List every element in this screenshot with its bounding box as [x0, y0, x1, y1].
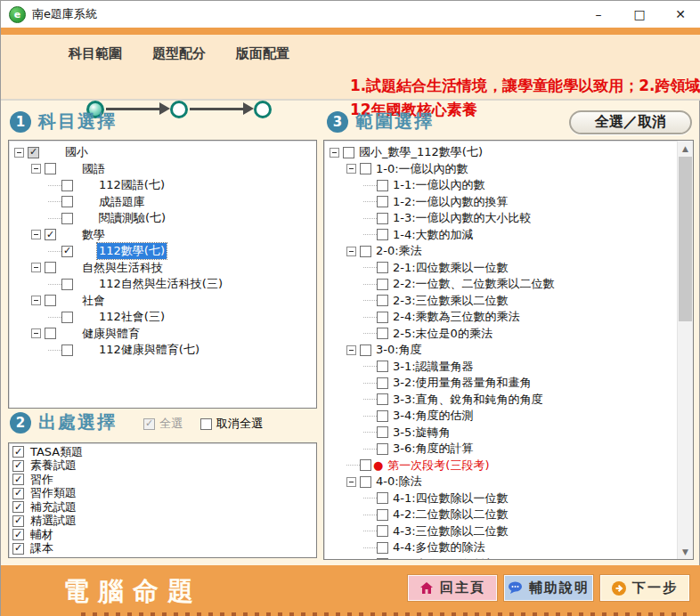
- tree-node[interactable]: 2-1:四位數乘以一位數: [330, 260, 676, 277]
- tree-node-label[interactable]: 3-2:使用量角器量角和畫角: [391, 375, 533, 391]
- collapse-icon[interactable]: [330, 148, 339, 158]
- tree-node-label[interactable]: 112健康與體育(七): [97, 342, 201, 358]
- checkbox[interactable]: [377, 262, 388, 273]
- minimize-button[interactable]: –: [578, 1, 619, 28]
- close-button[interactable]: ✕: [660, 1, 700, 28]
- checkbox[interactable]: [377, 180, 388, 191]
- checkbox[interactable]: [377, 393, 388, 405]
- tree-node[interactable]: 3-2:使用量角器量角和畫角: [330, 375, 676, 392]
- tree-node[interactable]: 國小_數學_112數學(七): [330, 144, 676, 161]
- scroll-thumb[interactable]: [679, 157, 692, 321]
- select-all-checkbox[interactable]: [143, 418, 155, 430]
- tree-node-label[interactable]: 1-3:一億以內數的大小比較: [391, 210, 533, 226]
- checkbox[interactable]: [360, 344, 371, 356]
- tree-node-label[interactable]: 數學: [80, 227, 107, 243]
- home-button[interactable]: 回主頁: [408, 575, 497, 601]
- tree-node[interactable]: 1-2:一億以內數的換算: [330, 194, 676, 211]
- tree-node[interactable]: ●第一次段考(三段考): [330, 458, 676, 474]
- tree-node-label[interactable]: 健康與體育: [80, 326, 142, 342]
- tree-node-label[interactable]: 4-3:三位數除以二位數: [391, 523, 510, 539]
- source-item[interactable]: 精選試題: [12, 515, 314, 529]
- checkbox[interactable]: [377, 443, 388, 455]
- checkbox[interactable]: [377, 361, 388, 372]
- scroll-down-icon[interactable]: ▼: [678, 544, 693, 559]
- tree-node-label[interactable]: 4-5:末位是0的除法: [391, 556, 494, 560]
- collapse-icon[interactable]: [14, 148, 24, 158]
- collapse-icon[interactable]: [346, 477, 356, 487]
- tree-node[interactable]: 112自然與生活科技(三): [14, 276, 314, 293]
- help-button[interactable]: 輔助說明: [504, 575, 593, 601]
- checkbox[interactable]: [61, 312, 73, 323]
- tree-node[interactable]: 3-5:旋轉角: [330, 425, 676, 442]
- checkbox[interactable]: [377, 558, 388, 560]
- tree-node-label[interactable]: 3-3:直角、銳角和鈍角的角度: [391, 392, 545, 408]
- tree-node[interactable]: 數學: [14, 227, 314, 244]
- tree-node[interactable]: 3-3:直角、銳角和鈍角的角度: [330, 392, 676, 409]
- tree-node-label[interactable]: 國小_數學_112數學(七): [357, 144, 484, 160]
- checkbox[interactable]: [45, 328, 56, 339]
- checkbox[interactable]: [377, 509, 388, 521]
- checkbox[interactable]: [377, 328, 388, 339]
- tree-node[interactable]: 2-5:末位是0的乘法: [330, 326, 676, 343]
- collapse-icon[interactable]: [346, 247, 356, 256]
- checkbox[interactable]: [12, 460, 24, 472]
- tree-node-label[interactable]: 1-0:一億以內的數: [374, 161, 470, 177]
- tree-node-label[interactable]: 112自然與生活科技(三): [97, 276, 224, 292]
- source-item[interactable]: 素養試題: [12, 459, 314, 474]
- collapse-icon[interactable]: [31, 164, 41, 174]
- checkbox[interactable]: [61, 180, 73, 191]
- tree-node-label[interactable]: 3-5:旋轉角: [391, 425, 452, 441]
- checkbox[interactable]: [61, 213, 73, 224]
- collapse-icon[interactable]: [31, 296, 41, 305]
- checkbox[interactable]: [61, 279, 73, 290]
- tree-node[interactable]: 國小: [14, 144, 314, 161]
- tree-node-label[interactable]: 3-1:認識量角器: [391, 359, 476, 375]
- tree-node[interactable]: 2-3:三位數乘以二位數: [330, 293, 676, 310]
- tree-node-label[interactable]: 國小: [63, 144, 90, 160]
- tree-node[interactable]: 2-4:乘數為三位數的乘法: [330, 309, 676, 326]
- checkbox[interactable]: [377, 312, 388, 323]
- checkbox[interactable]: [377, 377, 388, 389]
- collapse-icon[interactable]: [31, 230, 41, 239]
- checkbox[interactable]: [360, 163, 371, 174]
- checkbox[interactable]: [377, 525, 388, 537]
- checkbox[interactable]: [343, 147, 354, 158]
- checkbox[interactable]: [12, 501, 24, 513]
- tree-node-label[interactable]: 2-5:末位是0的乘法: [391, 326, 494, 342]
- checkbox[interactable]: [377, 295, 388, 306]
- tree-node-label[interactable]: 112國語(七): [97, 177, 167, 193]
- tree-node-label[interactable]: 3-0:角度: [374, 342, 424, 358]
- tree-node[interactable]: 1-0:一億以內的數: [330, 161, 676, 178]
- checkbox[interactable]: [12, 529, 24, 540]
- tree-node[interactable]: 112社會(三): [14, 309, 314, 326]
- tree-node[interactable]: 4-5:末位是0的除法: [330, 556, 676, 561]
- source-item[interactable]: 課本: [12, 542, 314, 556]
- tree-node-label[interactable]: 4-0:除法: [374, 474, 424, 490]
- scrollbar[interactable]: ▲ ▼: [677, 141, 693, 559]
- tree-node-label[interactable]: 1-1:一億以內的數: [391, 177, 487, 193]
- tree-node-label[interactable]: 2-1:四位數乘以一位數: [391, 260, 510, 276]
- checkbox[interactable]: [377, 213, 388, 224]
- tree-node-label[interactable]: 2-3:三位數乘以二位數: [391, 293, 510, 309]
- tree-node[interactable]: 自然與生活科技: [14, 260, 314, 277]
- tree-node-label[interactable]: 4-4:多位數的除法: [391, 539, 487, 555]
- next-button[interactable]: 下一步: [600, 575, 689, 601]
- checkbox[interactable]: [61, 196, 73, 207]
- tree-node-label[interactable]: 1-2:一億以內數的換算: [391, 194, 510, 210]
- tree-node-label[interactable]: 社會: [80, 293, 107, 309]
- source-item[interactable]: 補充試題: [12, 500, 314, 515]
- checkbox[interactable]: [45, 229, 56, 240]
- tree-node[interactable]: 國語: [14, 161, 314, 178]
- tree-node[interactable]: 1-4:大數的加減: [330, 227, 676, 244]
- checkbox[interactable]: [45, 163, 56, 174]
- checkbox[interactable]: [12, 543, 24, 555]
- collapse-icon[interactable]: [31, 328, 41, 338]
- tree-node[interactable]: 4-1:四位數除以一位數: [330, 490, 676, 507]
- checkbox[interactable]: [360, 459, 371, 471]
- tree-node[interactable]: 健康與體育: [14, 326, 314, 343]
- checkbox[interactable]: [12, 515, 24, 527]
- tree-node[interactable]: 2-0:乘法: [330, 243, 676, 260]
- checkbox[interactable]: [377, 426, 388, 438]
- tree-node-label[interactable]: 成語題庫: [97, 194, 147, 210]
- tree-node[interactable]: 閱讀測驗(七): [14, 210, 314, 227]
